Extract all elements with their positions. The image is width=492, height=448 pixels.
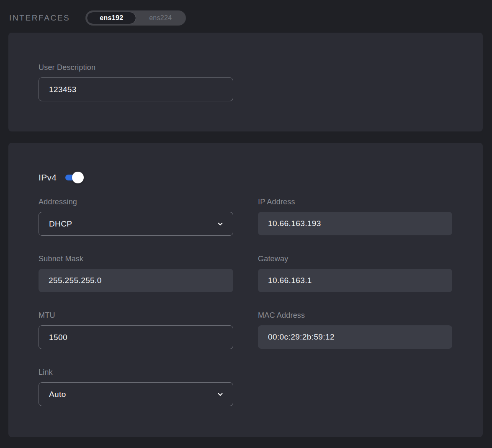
gateway-label: Gateway xyxy=(258,253,452,264)
mac-address-label: MAC Address xyxy=(258,310,452,321)
mac-address-field xyxy=(258,325,452,349)
interfaces-page: INTERFACES ens192 ens224 User Descriptio… xyxy=(0,0,492,437)
subnet-mask-label: Subnet Mask xyxy=(39,253,233,264)
link-field-group: Link Auto xyxy=(39,367,233,406)
addressing-label: Addressing xyxy=(39,196,233,207)
ipv4-toggle-row: IPv4 xyxy=(39,171,453,184)
addressing-select[interactable]: DHCP xyxy=(39,212,233,236)
user-description-field-group: User Description xyxy=(39,62,233,101)
user-description-card: User Description xyxy=(8,33,483,131)
ip-address-label: IP Address xyxy=(258,196,452,207)
chevron-down-icon xyxy=(216,391,224,398)
topbar: INTERFACES ens192 ens224 xyxy=(0,0,492,33)
link-select[interactable]: Auto xyxy=(39,382,233,406)
gateway-field xyxy=(258,269,452,292)
addressing-selected-value: DHCP xyxy=(49,219,72,229)
mac-address-field-group: MAC Address xyxy=(258,310,452,349)
mtu-field-group: MTU xyxy=(39,310,233,349)
user-description-label: User Description xyxy=(39,62,233,73)
link-label: Link xyxy=(39,367,233,378)
subnet-mask-field xyxy=(39,269,233,292)
mtu-input[interactable] xyxy=(39,325,233,349)
ip-address-field-group: IP Address xyxy=(258,196,452,236)
gateway-field-group: Gateway xyxy=(258,253,452,292)
ipv4-card: IPv4 Addressing DHCP I xyxy=(8,143,483,437)
link-selected-value: Auto xyxy=(49,390,66,399)
ipv4-section-label: IPv4 xyxy=(39,173,57,183)
ipv4-form-grid: Addressing DHCP IP Address Subnet Mask xyxy=(39,196,453,406)
mtu-label: MTU xyxy=(39,310,233,321)
ip-address-field xyxy=(258,212,452,235)
tab-ens192[interactable]: ens192 xyxy=(87,12,136,24)
interface-tab-group: ens192 ens224 xyxy=(85,10,186,26)
subnet-mask-field-group: Subnet Mask xyxy=(39,253,233,292)
ipv4-toggle[interactable] xyxy=(65,175,81,180)
tab-ens224[interactable]: ens224 xyxy=(136,12,185,24)
page-title: INTERFACES xyxy=(9,13,70,23)
chevron-down-icon xyxy=(216,220,224,228)
user-description-input[interactable] xyxy=(39,77,233,101)
addressing-field-group: Addressing DHCP xyxy=(39,196,233,236)
toggle-knob-icon xyxy=(72,172,84,183)
